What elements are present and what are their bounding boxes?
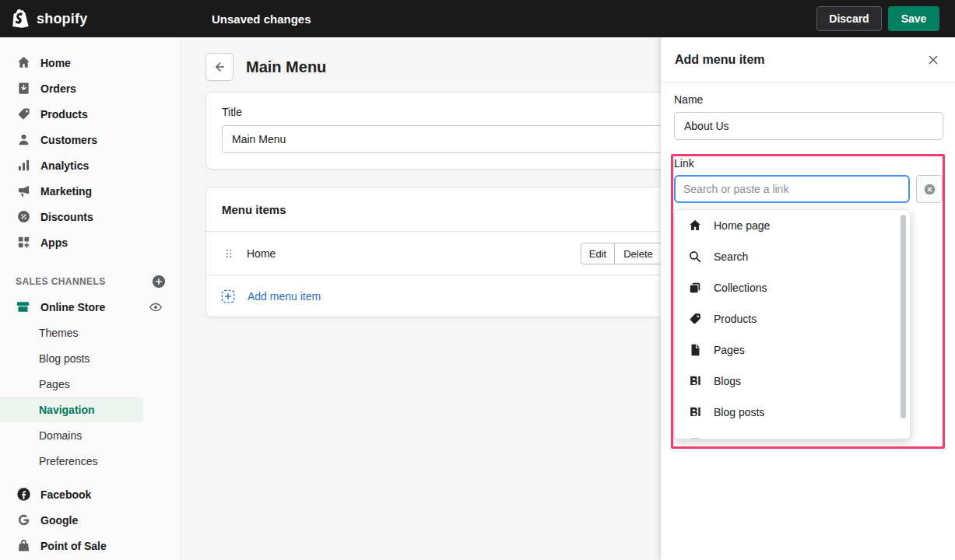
discounts-icon	[16, 209, 31, 225]
sidebar-item-themes[interactable]: Themes	[0, 320, 143, 345]
sidebar-item-analytics[interactable]: Analytics	[0, 152, 180, 178]
sidebar-item-domains[interactable]: Domains	[0, 422, 143, 448]
panel-body: Name Link Home page Search Collections	[661, 82, 955, 439]
sidebar-item-label: Orders	[40, 82, 76, 95]
clear-search-button[interactable]	[916, 175, 943, 203]
link-option-products[interactable]: Products	[675, 303, 910, 334]
add-menu-item-row[interactable]: Add menu item	[206, 275, 687, 317]
link-option-label: Home page	[714, 219, 770, 232]
sidebar-item-label: Products	[40, 108, 88, 121]
page-title: Main Menu	[246, 53, 326, 81]
link-option-partial[interactable]	[675, 428, 910, 439]
sidebar-item-label: Analytics	[40, 159, 89, 172]
link-options-dropdown: Home page Search Collections Products Pa…	[674, 209, 911, 439]
blog-icon	[687, 404, 703, 420]
name-input[interactable]	[674, 112, 943, 140]
point-of-sale-icon	[16, 538, 31, 554]
edit-button[interactable]: Edit	[581, 243, 615, 264]
sidebar-item-label: Online Store	[40, 301, 149, 313]
sidebar-item-apps[interactable]: Apps	[0, 229, 180, 255]
sidebar-item-label: Apps	[40, 236, 68, 249]
blog-icon	[687, 373, 703, 389]
orders-icon	[16, 81, 31, 96]
sidebar-item-online-store[interactable]: Online Store	[0, 294, 180, 320]
link-search-input[interactable]	[674, 175, 910, 203]
sidebar-item-navigation[interactable]: Navigation	[0, 397, 143, 422]
link-search-row	[674, 175, 943, 203]
link-option-collections[interactable]: Collections	[675, 272, 910, 303]
title-input[interactable]	[222, 125, 672, 153]
sidebar-item-label: Home	[40, 57, 71, 69]
topbar: shopify Unsaved changes Discard Save	[0, 0, 955, 37]
link-option-label: Blogs	[714, 375, 741, 387]
products-tag-icon	[687, 311, 703, 327]
google-icon	[16, 513, 31, 528]
sidebar-item-label: Marketing	[40, 185, 92, 198]
panel-title: Add menu item	[675, 53, 765, 67]
panel-header: Add menu item	[661, 37, 955, 82]
sidebar-item-pages[interactable]: Pages	[0, 371, 143, 397]
add-sales-channel-button[interactable]	[152, 275, 166, 289]
shopify-logo[interactable]: shopify	[12, 0, 87, 37]
facebook-icon	[16, 487, 31, 502]
link-option-search[interactable]: Search	[675, 241, 910, 272]
channel-items: Facebook Google Point of Sale	[0, 481, 180, 558]
sidebar-item-label: Customers	[40, 134, 97, 146]
sidebar-item-products[interactable]: Products	[0, 101, 180, 127]
shopify-bag-icon	[12, 9, 31, 29]
arrow-left-icon	[212, 60, 226, 74]
name-field-label: Name	[674, 93, 943, 106]
link-option-blogs[interactable]: Blogs	[675, 366, 910, 397]
view-store-eye-icon[interactable]	[149, 300, 166, 314]
link-option-home-page[interactable]: Home page	[675, 210, 910, 241]
document-icon	[687, 436, 703, 439]
link-option-blog-posts[interactable]: Blog posts	[675, 397, 910, 428]
add-dashed-plus-icon	[221, 289, 235, 303]
sidebar-item-label: Facebook	[40, 488, 91, 501]
sidebar-item-point-of-sale[interactable]: Point of Sale	[0, 533, 180, 558]
save-button[interactable]: Save	[888, 6, 939, 31]
add-menu-item-panel: Add menu item Name Link Home page Search…	[661, 37, 955, 560]
add-menu-item-link: Add menu item	[248, 290, 321, 303]
sidebar-item-facebook[interactable]: Facebook	[0, 481, 180, 507]
sidebar: Home Orders Products Customers Analytics…	[0, 37, 181, 560]
sidebar-item-blog-posts[interactable]: Blog posts	[0, 345, 143, 371]
sales-channels-label: SALES CHANNELS	[16, 276, 106, 287]
home-icon	[687, 218, 703, 233]
sidebar-item-marketing[interactable]: Marketing	[0, 178, 180, 204]
dropdown-scrollbar[interactable]	[901, 215, 906, 418]
sidebar-item-orders[interactable]: Orders	[0, 75, 180, 101]
sidebar-item-label: Point of Sale	[40, 540, 107, 552]
link-option-label: Pages	[714, 344, 745, 356]
sidebar-item-discounts[interactable]: Discounts	[0, 204, 180, 229]
customers-icon	[16, 132, 31, 148]
sidebar-item-label: Discounts	[40, 211, 93, 223]
menu-item-row: Home Edit Delete	[206, 231, 687, 275]
sidebar-item-google[interactable]: Google	[0, 507, 180, 533]
delete-button[interactable]: Delete	[614, 243, 662, 264]
close-icon[interactable]	[924, 51, 943, 69]
back-button[interactable]	[205, 53, 233, 81]
title-field-label: Title	[222, 106, 242, 118]
discard-button[interactable]: Discard	[816, 6, 882, 31]
link-option-label: Blog posts	[714, 406, 764, 418]
apps-icon	[16, 235, 31, 250]
link-option-label: Collections	[714, 282, 767, 294]
circle-x-icon	[923, 183, 936, 196]
menu-item-name: Home	[247, 247, 276, 260]
sidebar-item-preferences[interactable]: Preferences	[0, 448, 143, 474]
link-option-label: Products	[714, 313, 757, 325]
menu-items-card: Menu items Home Edit Delete Add menu ite…	[205, 187, 688, 317]
sidebar-item-customers[interactable]: Customers	[0, 127, 180, 152]
drag-handle-icon[interactable]	[223, 248, 234, 262]
link-option-pages[interactable]: Pages	[675, 334, 910, 366]
title-card: Title	[205, 92, 688, 170]
home-icon	[16, 55, 31, 71]
analytics-icon	[16, 158, 31, 173]
sidebar-item-home[interactable]: Home	[0, 50, 180, 75]
search-icon	[687, 249, 703, 264]
sidebar-item-label: Google	[40, 514, 78, 527]
brand-wordmark: shopify	[37, 11, 87, 27]
link-field-label: Link	[674, 157, 943, 170]
menu-items-header: Menu items	[206, 187, 687, 231]
